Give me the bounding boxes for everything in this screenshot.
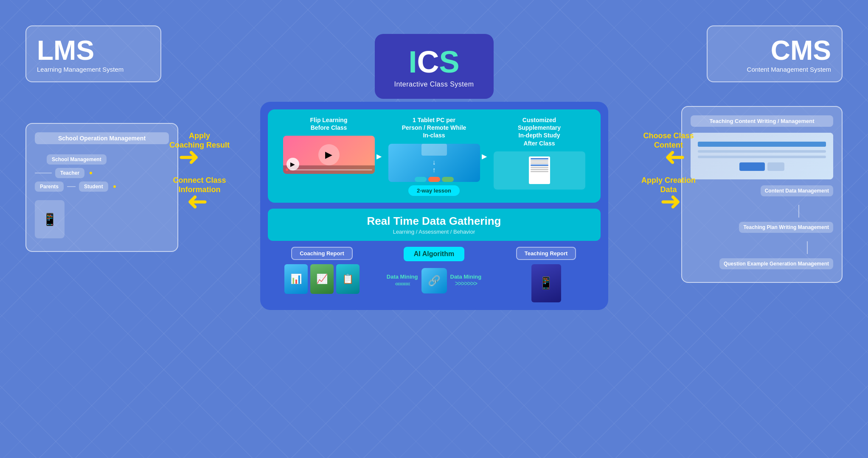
rtd-bar: Real Time Data Gathering Learning / Asse… xyxy=(268,209,601,241)
data-mining-left: Data Mining ««««« xyxy=(387,274,418,288)
connect-class-arrow: ➜ xyxy=(187,189,208,214)
ics-s: S xyxy=(439,45,459,79)
data-mining-right-arrows: >>>>>>> xyxy=(450,280,482,288)
tablet-screen xyxy=(421,144,447,156)
class-flow: Flip LearningBefore Class ▶ ▶ 1 Tablet P… xyxy=(268,109,601,203)
lms-subtitle: Learning Management System xyxy=(37,66,150,73)
cms-subtitle: Content Management System xyxy=(718,66,831,73)
choose-class-arrow: ➜ xyxy=(664,144,685,170)
flip-learning-image: ▶ ▶ xyxy=(283,136,375,174)
bottom-row: Coaching Report 📊 📈 📋 AI Algorithm Data … xyxy=(268,247,601,302)
pill-1 xyxy=(415,177,427,182)
lms-device-row: 📱 xyxy=(35,195,169,238)
rtd-subtitle: Learning / Assessment / Behavior xyxy=(276,229,592,235)
doc-image xyxy=(494,151,585,190)
apply-creation-arrow: ➜ xyxy=(660,189,681,214)
lms-panel-title: School Operation Management xyxy=(35,132,169,144)
ics-logo: ICS xyxy=(392,47,477,77)
ai-icon: 🔗 xyxy=(421,268,447,293)
lms-box: LMS Learning Management System xyxy=(25,25,161,82)
lms-tree-teacher: Teacher xyxy=(35,168,169,178)
customized-section: CustomizedSupplementaryIn-depth StudyAft… xyxy=(487,116,592,196)
teaching-col: Teaching Report 📱 xyxy=(494,247,599,302)
ics-i: I xyxy=(408,45,417,79)
tablet-pills xyxy=(415,177,454,182)
cms-question-example: Question Example Generation Management xyxy=(719,258,833,269)
doc-page xyxy=(529,156,550,184)
ics-subtitle: Interactive Class System xyxy=(392,81,477,88)
ics-logo-box: ICS Interactive Class System xyxy=(375,34,494,99)
coaching-report-badge: Coaching Report xyxy=(291,247,353,260)
rtd-title: Real Time Data Gathering xyxy=(276,215,592,228)
two-way-label: 2-way lesson xyxy=(408,185,460,196)
coaching-card-1: 📊 xyxy=(284,264,308,294)
apply-coaching-label: ApplyCoaching Result xyxy=(166,131,233,150)
ai-algorithm-badge: AI Algorithm xyxy=(404,247,464,261)
lms-tree-parents-student: Parents Student xyxy=(35,182,169,192)
data-mining-right-label: Data Mining xyxy=(450,274,482,280)
cms-panel: Teaching Content Writing / Management Co… xyxy=(681,106,843,283)
lms-device-icon: 📱 xyxy=(35,200,65,238)
tablet-section: 1 Tablet PC perPerson / Remote WhileIn-c… xyxy=(382,116,487,196)
cms-title: CMS xyxy=(718,37,831,64)
tablet-image: ↓ ↑ xyxy=(388,144,480,182)
lms-student: Student xyxy=(79,182,108,192)
cms-screen-inner xyxy=(691,133,833,179)
main-center-panel: Flip LearningBefore Class ▶ ▶ 1 Tablet P… xyxy=(260,102,608,310)
coaching-col: Coaching Report 📊 📈 📋 xyxy=(270,247,375,294)
coaching-card-2: 📈 xyxy=(310,264,334,294)
ics-c: C xyxy=(417,45,439,79)
pill-2 xyxy=(428,177,440,182)
coaching-report-images: 📊 📈 📋 xyxy=(284,264,360,294)
cms-screen xyxy=(691,133,833,179)
lms-school-management: School Management xyxy=(47,154,107,165)
pill-3 xyxy=(442,177,454,182)
apply-coaching-arrow: ➜ xyxy=(178,144,199,170)
cms-content-data: Content Data Management xyxy=(761,185,833,196)
cms-panel-title: Teaching Content Writing / Management xyxy=(691,115,833,127)
cms-box: CMS Content Management System xyxy=(707,25,843,82)
cms-teaching-plan: Teaching Plan Writing Management xyxy=(739,222,833,233)
lms-parents: Parents xyxy=(35,182,64,192)
lms-teacher: Teacher xyxy=(55,168,84,178)
lms-tree: School Management Teacher Parents Studen… xyxy=(35,150,169,243)
lms-title: LMS xyxy=(37,37,150,64)
data-mining-left-label: Data Mining xyxy=(387,274,418,280)
flip-learning-title: Flip LearningBefore Class xyxy=(283,116,375,131)
flip-learning-section: Flip LearningBefore Class ▶ ▶ xyxy=(276,116,382,196)
lms-panel: School Operation Management School Manag… xyxy=(25,123,178,252)
cms-connector: Content Data Management Teaching Plan Wr… xyxy=(691,185,833,274)
coaching-card-3: 📋 xyxy=(336,264,360,294)
data-mining-left-arrows: ««««« xyxy=(387,280,418,288)
tablet-title: 1 Tablet PC perPerson / Remote WhileIn-c… xyxy=(388,116,480,140)
ai-col: AI Algorithm Data Mining ««««« 🔗 Data Mi… xyxy=(382,247,487,293)
teaching-report-badge: Teaching Report xyxy=(516,247,576,260)
customized-title: CustomizedSupplementaryIn-depth StudyAft… xyxy=(494,116,585,147)
teaching-card: 📱 xyxy=(531,264,561,302)
sync-arrows: ↓ ↑ xyxy=(433,159,436,173)
lms-tree-school-mgmt: School Management xyxy=(35,154,169,165)
data-mining-row: Data Mining ««««« 🔗 Data Mining >>>>>>> xyxy=(387,268,481,293)
data-mining-right: Data Mining >>>>>>> xyxy=(450,274,482,288)
